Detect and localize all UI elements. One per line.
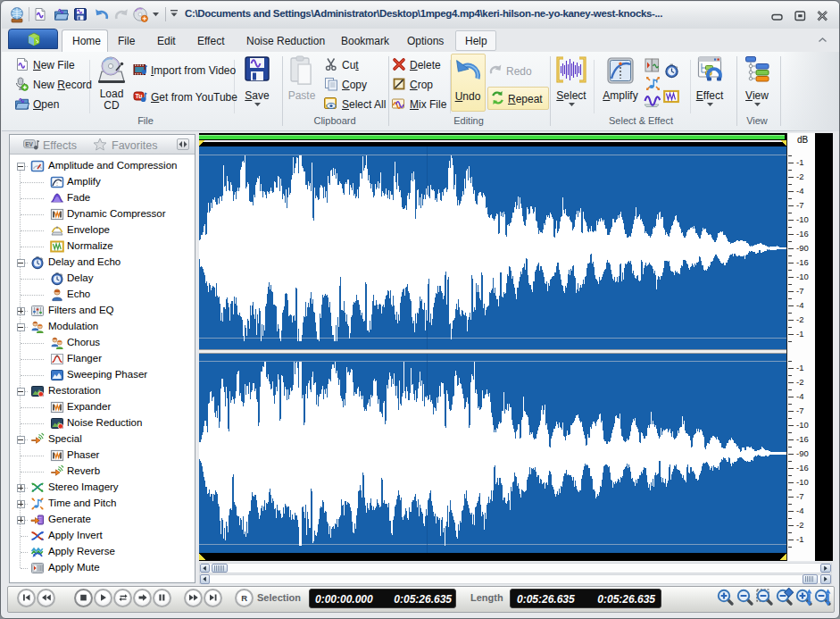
svg-text:EV: EV (25, 141, 33, 147)
svg-text:R: R (241, 593, 247, 603)
svg-text:-16: -16 (796, 229, 809, 238)
svg-text:-1: -1 (796, 534, 803, 544)
svg-text:-16: -16 (796, 257, 809, 267)
svg-text:-10: -10 (796, 420, 809, 430)
svg-text:-16: -16 (796, 434, 809, 444)
svg-text:-7: -7 (796, 200, 803, 210)
svg-text:-1: -1 (796, 157, 803, 167)
svg-text:-90: -90 (796, 243, 809, 253)
svg-text:-10: -10 (796, 214, 809, 224)
svg-text:-1: -1 (796, 363, 803, 372)
svg-text:-7: -7 (796, 406, 803, 415)
svg-text:-10: -10 (796, 477, 809, 487)
svg-text:-7: -7 (796, 491, 803, 501)
svg-text:-16: -16 (796, 463, 809, 473)
svg-text:-4: -4 (796, 391, 803, 401)
svg-text:-2: -2 (796, 520, 803, 530)
svg-text:-2: -2 (796, 377, 803, 387)
svg-text:-4: -4 (796, 506, 803, 515)
svg-text:dB: dB (797, 135, 809, 145)
svg-text:-4: -4 (796, 186, 803, 196)
svg-text:-2: -2 (796, 171, 803, 181)
svg-text:-10: -10 (796, 272, 809, 281)
svg-text:-1: -1 (796, 329, 803, 339)
svg-text:-4: -4 (796, 300, 803, 310)
svg-text:-7: -7 (796, 286, 803, 296)
svg-text:-90: -90 (796, 448, 809, 458)
svg-text:-2: -2 (796, 314, 803, 324)
